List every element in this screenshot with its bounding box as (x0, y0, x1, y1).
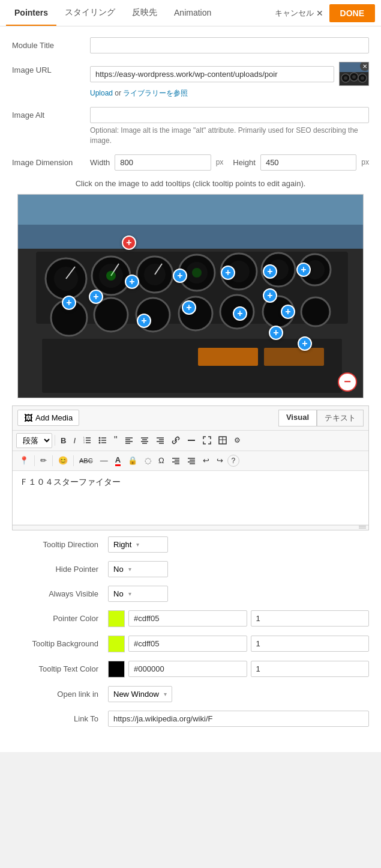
tab-visual[interactable]: Visual (278, 410, 317, 426)
hide-pointer-arrow-icon: ▾ (128, 566, 131, 572)
redo-button[interactable]: ↪ (214, 454, 226, 467)
tooltip-dot-1[interactable]: + (89, 290, 103, 304)
pointer-color-swatch[interactable] (108, 610, 125, 627)
indent-button[interactable] (184, 455, 199, 467)
emoji-tool[interactable]: 😊 (55, 454, 71, 467)
cancel-button[interactable]: キャンセル ✕ (275, 8, 323, 19)
tooltip-dot-12[interactable]: + (137, 314, 151, 328)
tooltip-dot-9[interactable]: + (281, 305, 295, 319)
ordered-list-button[interactable]: 1.2.3. (80, 434, 94, 446)
fullscreen-button[interactable] (200, 434, 214, 446)
bold-button[interactable]: B (58, 434, 69, 447)
main-content: Module Title Image URL ✕ (0, 26, 381, 752)
link-to-input[interactable] (108, 711, 369, 727)
editor-resize-handle[interactable] (13, 525, 368, 530)
tooltip-dot-13[interactable]: + (269, 326, 283, 340)
tooltip-dot-11[interactable]: + (233, 306, 247, 321)
svg-point-53 (99, 442, 101, 444)
tab-pointers[interactable]: Pointers (6, 1, 56, 26)
svg-rect-35 (198, 348, 258, 366)
editor-toolbar-top: 🖼 Add Media Visual テキスト (13, 406, 368, 431)
pen-tool[interactable]: ✏ (37, 454, 50, 467)
align-right-button[interactable] (153, 434, 167, 446)
tooltip-text-swatch[interactable] (108, 661, 125, 678)
pointer-color-input[interactable] (128, 610, 247, 627)
open-link-row: Open link in New Window ▾ (12, 686, 369, 702)
font-color-button[interactable]: A (112, 454, 124, 468)
undo-button[interactable]: ↩ (200, 454, 212, 467)
library-link[interactable]: ライブラリーを参照 (123, 89, 188, 97)
editor-content[interactable]: Ｆ１０４スターファイター (13, 471, 368, 525)
tooltip-dot-4[interactable]: + (221, 266, 235, 280)
add-media-button[interactable]: 🖼 Add Media (17, 410, 79, 426)
divider-button[interactable]: — (97, 454, 111, 467)
always-visible-row: Always Visible No ▾ (12, 586, 369, 602)
tooltip-direction-dropdown[interactable]: Right ▾ (108, 536, 168, 553)
paragraph-select[interactable]: 段落 (16, 433, 52, 448)
settings-icon[interactable]: ⚙ (231, 434, 244, 446)
resize-icon (359, 525, 366, 530)
tooltip-bg-label: Tooltip Background (12, 639, 108, 648)
cockpit-image-area[interactable]: +++++++++++++++ − (17, 194, 364, 398)
tooltip-bg-swatch[interactable] (108, 636, 125, 652)
tooltip-dot-3[interactable]: + (173, 269, 187, 283)
open-link-dropdown[interactable]: New Window ▾ (108, 686, 172, 702)
tooltip-dot-0[interactable]: + (122, 235, 136, 250)
pointer-tool[interactable]: 📍 (16, 454, 32, 467)
instruction-text: Click on the image to add tooltips (clic… (12, 179, 369, 188)
tooltip-bg-opacity[interactable] (251, 636, 370, 652)
align-center-button[interactable] (137, 434, 152, 446)
or-text: or (113, 89, 123, 97)
tooltip-dot-7[interactable]: + (62, 296, 76, 310)
editor-text: Ｆ１０４スターファイター (20, 477, 121, 487)
italic-button[interactable]: I (70, 434, 79, 447)
svg-point-52 (99, 440, 101, 442)
eraser-button[interactable]: ◌ (142, 454, 154, 467)
image-alt-row: Image Alt Optional: Image alt is the ima… (12, 107, 369, 146)
tab-animation[interactable]: Animation (166, 1, 220, 26)
height-label: Height (233, 158, 256, 167)
tooltip-text-opacity[interactable] (251, 661, 370, 677)
tooltip-dot-5[interactable]: + (263, 264, 277, 279)
align-left-button[interactable] (122, 434, 136, 446)
hide-pointer-dropdown[interactable]: No ▾ (108, 561, 168, 577)
tooltip-bg-input[interactable] (128, 636, 247, 652)
image-thumbnail[interactable]: ✕ (339, 62, 369, 86)
cancel-icon[interactable]: ✕ (316, 8, 323, 18)
hr-button[interactable] (184, 434, 199, 446)
unordered-list-button[interactable] (95, 434, 110, 446)
done-button[interactable]: DONE (329, 4, 375, 22)
height-unit: px (361, 158, 369, 166)
pointer-color-opacity[interactable] (251, 610, 370, 627)
image-url-input[interactable] (90, 66, 334, 82)
link-button[interactable] (169, 434, 183, 446)
lock-button[interactable]: 🔒 (125, 454, 140, 467)
tab-header: Pointers スタイリング 反映先 Animation キャンセル ✕ DO… (0, 0, 381, 26)
outdent-button[interactable] (169, 455, 183, 467)
tab-text[interactable]: テキスト (317, 410, 364, 426)
tooltip-dot-2[interactable]: + (125, 275, 139, 289)
tab-haneiaki[interactable]: 反映先 (124, 0, 166, 26)
svg-point-40 (106, 271, 116, 281)
tooltip-dot-6[interactable]: + (296, 263, 311, 277)
help-button[interactable]: ? (227, 455, 239, 467)
tooltip-dot-10[interactable]: + (182, 300, 196, 315)
tab-styling[interactable]: スタイリング (56, 0, 124, 26)
module-title-input[interactable] (90, 37, 369, 53)
image-alt-input[interactable] (90, 107, 369, 123)
blockquote-button[interactable]: " (111, 433, 121, 448)
strikethrough-button[interactable]: ABC (76, 455, 96, 466)
width-input[interactable] (115, 154, 211, 171)
remove-button[interactable]: − (338, 372, 357, 392)
link-to-control (108, 711, 369, 727)
omega-button[interactable]: Ω (155, 454, 167, 467)
tooltip-text-color-input[interactable] (128, 661, 247, 677)
always-visible-value: No (113, 589, 124, 598)
table-button[interactable] (215, 434, 230, 446)
upload-link[interactable]: Upload (90, 89, 113, 97)
height-input[interactable] (260, 154, 356, 171)
tooltip-dot-14[interactable]: + (298, 336, 312, 351)
tooltip-dot-8[interactable]: + (263, 288, 277, 303)
thumb-close-icon[interactable]: ✕ (360, 62, 369, 71)
always-visible-dropdown[interactable]: No ▾ (108, 586, 168, 602)
